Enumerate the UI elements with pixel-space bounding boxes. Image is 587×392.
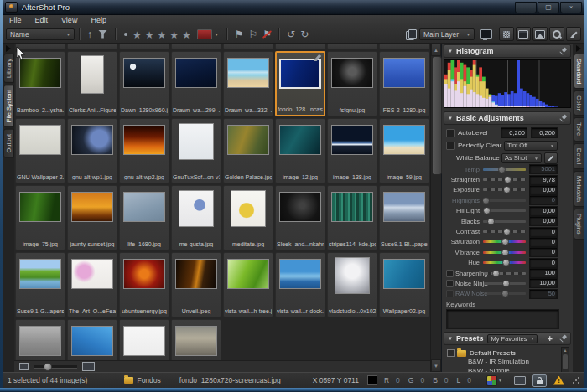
thumbnail-cell[interactable]: Drawn_wa...332_.jpg bbox=[223, 51, 273, 116]
thumbnail-cell[interactable]: gnu-alt-wp2.jpg bbox=[119, 118, 169, 183]
sort-dropdown[interactable]: Name ▼ bbox=[6, 28, 75, 40]
thumbnail-cell[interactable]: meditate.jpg bbox=[223, 185, 273, 250]
slider-knob[interactable] bbox=[503, 186, 511, 193]
sharpening-slider[interactable] bbox=[484, 272, 526, 275]
lock-toggle-button[interactable] bbox=[532, 374, 547, 387]
warning-icon[interactable] bbox=[553, 376, 564, 385]
slider-knob[interactable] bbox=[498, 166, 506, 173]
raw-noise-slider[interactable] bbox=[484, 292, 526, 295]
slider-value-field[interactable]: 100 bbox=[529, 268, 558, 278]
fit-screen-button[interactable] bbox=[566, 27, 581, 41]
presets-collection-dropdown[interactable]: My Favorites ▼ bbox=[487, 334, 538, 343]
slider-value-field[interactable]: 50 bbox=[529, 289, 558, 299]
add-preset-button[interactable]: + bbox=[544, 334, 556, 343]
autolevel-high-field[interactable]: 0,200 bbox=[531, 127, 558, 138]
thumbnail-cell[interactable]: Suse9.1-G...apers.jpg bbox=[15, 252, 65, 317]
slider-knob[interactable] bbox=[487, 218, 495, 225]
slider-knob[interactable] bbox=[483, 207, 491, 214]
thumbnail-cell[interactable]: vista-wall...h-tree.jpg bbox=[223, 252, 273, 317]
preset-item[interactable]: B&W - IR Simulation bbox=[447, 358, 571, 367]
close-button[interactable]: × bbox=[560, 2, 582, 13]
browser-scrollbar[interactable]: ▲ ▼ bbox=[430, 44, 441, 372]
thumbnail-cell[interactable]: Golden Palace.jpg bbox=[223, 118, 273, 183]
thumbnail-cell[interactable]: fsfgnu.jpg bbox=[327, 51, 377, 116]
star-icon[interactable]: ★ bbox=[169, 29, 179, 41]
slider-value-field[interactable]: 0 bbox=[529, 195, 558, 205]
pin-icon[interactable] bbox=[559, 115, 567, 122]
image-view-button[interactable] bbox=[532, 27, 548, 41]
sidebar-tab-library[interactable]: Library bbox=[3, 54, 14, 83]
thumbnail-cell[interactable]: ubuntuenergy.jpg bbox=[119, 252, 169, 317]
color-label-swatch[interactable] bbox=[197, 29, 212, 39]
panel-tab-detail[interactable]: Detail bbox=[574, 143, 584, 169]
star-icon[interactable]: ★ bbox=[158, 29, 167, 41]
thumbnail-size-slider[interactable] bbox=[34, 365, 77, 369]
thumbnail-cell[interactable]: The_Art_O...eFear.jpg bbox=[67, 252, 117, 317]
slider-value-field[interactable]: 0,00 bbox=[529, 216, 558, 226]
contrast-slider[interactable] bbox=[483, 230, 526, 233]
thumbnail-cell-clipped[interactable] bbox=[327, 44, 377, 49]
thumbnail-cell[interactable]: GnuTuxSof...on-v1.jpg bbox=[171, 118, 221, 183]
slider-knob[interactable] bbox=[482, 197, 490, 204]
highlights-slider[interactable] bbox=[483, 199, 526, 202]
panel-tab-metadata[interactable]: Metadata bbox=[574, 171, 584, 207]
slider-knob[interactable] bbox=[501, 290, 509, 297]
thumbnail-cell[interactable]: Dawn_1280x960.jpg bbox=[119, 51, 169, 116]
thumbnail-cell[interactable]: jaunty-sunset.jpg bbox=[67, 185, 117, 250]
thumbnail-cell-clipped[interactable] bbox=[223, 44, 273, 49]
pin-icon[interactable] bbox=[559, 48, 567, 55]
scroll-up-button[interactable]: ▲ bbox=[431, 44, 441, 56]
copy-settings-icon[interactable] bbox=[406, 29, 416, 39]
thumbnail-cell[interactable]: Unveil.jpeg bbox=[171, 252, 221, 317]
panel-tab-plugins[interactable]: Plugins bbox=[574, 209, 584, 240]
layer-dropdown[interactable]: Main Layer ▼ bbox=[419, 28, 475, 40]
exposure-slider[interactable] bbox=[483, 188, 526, 191]
slider-value-field[interactable]: 5001 bbox=[529, 164, 558, 174]
rotate-left-icon[interactable]: ↺ bbox=[287, 29, 295, 39]
perfectly-clear-dropdown[interactable]: Tint Off ▼ bbox=[504, 141, 558, 151]
raw-noise-checkbox[interactable] bbox=[446, 290, 454, 297]
thumbnail-cell[interactable]: FSS-2_1280.jpg bbox=[379, 51, 429, 116]
slider-knob[interactable] bbox=[503, 228, 511, 235]
sort-ascending-icon[interactable]: ↑ bbox=[87, 29, 92, 39]
slider-knob[interactable] bbox=[492, 270, 500, 277]
flag-finish-icon[interactable]: ⚐ bbox=[249, 29, 258, 39]
color-management-icon[interactable] bbox=[486, 375, 497, 386]
small-thumbnail-icon[interactable] bbox=[19, 363, 29, 370]
collapse-expander-icon[interactable] bbox=[447, 349, 455, 357]
thumbnail-cell[interactable]: vladstudio...0x1024.jpg bbox=[327, 252, 377, 317]
thumbnail-cell-clipped[interactable] bbox=[67, 44, 117, 49]
thumbnail-cell[interactable]: life_1680.jpg bbox=[119, 185, 169, 250]
blacks-slider[interactable] bbox=[483, 220, 526, 223]
scrollbar-thumb[interactable] bbox=[432, 56, 442, 175]
slider-value-field[interactable]: 10,00 bbox=[529, 278, 558, 288]
thumbnail-cell[interactable]: Wallpaper02.jpg bbox=[379, 252, 429, 317]
large-thumbnail-icon[interactable] bbox=[82, 362, 95, 371]
star-icon[interactable]: ★ bbox=[182, 29, 191, 41]
slideshow-icon[interactable] bbox=[480, 29, 492, 39]
thumbnail-cell[interactable]: fondo_128...ncast.jpg bbox=[275, 51, 325, 116]
thumbnail-cell[interactable]: image_12.jpg bbox=[275, 118, 325, 183]
thumbnail-cell-clipped[interactable] bbox=[275, 44, 325, 49]
temp-slider[interactable] bbox=[483, 168, 526, 171]
sharpening-checkbox[interactable] bbox=[446, 270, 454, 277]
menu-item-file[interactable]: File bbox=[3, 16, 29, 24]
color-label-dropdown-icon[interactable]: ▼ bbox=[215, 32, 219, 37]
presets-header[interactable]: ▼ Presets My Favorites ▼ + bbox=[444, 332, 571, 345]
dual-monitor-icon[interactable] bbox=[514, 376, 526, 385]
thumbnail-cell-clipped[interactable] bbox=[119, 44, 169, 49]
panel-tab-color[interactable]: Color bbox=[574, 90, 584, 116]
current-folder[interactable]: Fondos bbox=[137, 376, 160, 384]
thumbnail-cell-clipped[interactable] bbox=[379, 44, 429, 49]
saturation-slider[interactable] bbox=[483, 240, 526, 243]
thumbnail-cell[interactable]: Clerks Ani...Figure.jpg bbox=[67, 51, 117, 116]
minimize-button[interactable]: – bbox=[515, 2, 537, 13]
pin-icon[interactable] bbox=[559, 335, 567, 343]
thumbnail-cell[interactable]: Suse9.1-Bl...papers.jpg bbox=[379, 185, 429, 250]
scroll-down-button[interactable]: ▼ bbox=[431, 359, 441, 372]
slider-knob[interactable] bbox=[501, 238, 509, 245]
noise-ninja-checkbox[interactable] bbox=[446, 280, 454, 287]
thumbnail-cell[interactable] bbox=[67, 319, 117, 360]
presets-folder-row[interactable]: Default Presets bbox=[447, 348, 571, 358]
slider-value-field[interactable]: 0 bbox=[529, 258, 558, 268]
